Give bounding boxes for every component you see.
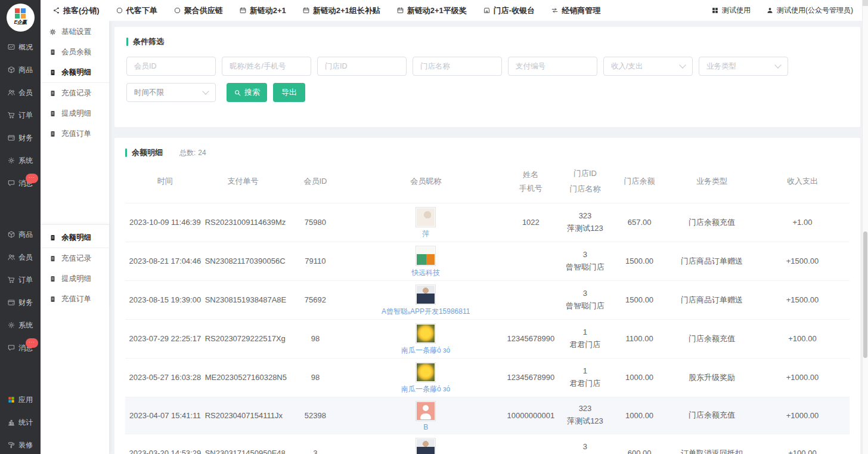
submenu-item[interactable]: 余额明细: [41, 227, 109, 248]
main-content: 条件筛选 收入/支出业务类型 时间不限 搜索 导出 余额明细: [109, 21, 863, 454]
topnav-item[interactable]: 推客(分销): [52, 5, 100, 16]
rail-item-message[interactable]: 消息···: [0, 336, 41, 359]
column-header-line: 业务类型: [668, 176, 755, 187]
cell-phone: 12345678990: [502, 334, 560, 343]
unread-badge: ···: [26, 174, 38, 183]
store-id: 3: [560, 249, 610, 261]
submenu-group-1: 基础设置会员余额余额明细充值记录提成明细充值订单: [41, 21, 109, 144]
topbar-user-item[interactable]: 测试使用(公众号管理员): [766, 5, 853, 16]
topnav-item[interactable]: 新链动2+1平级奖: [396, 5, 467, 16]
cell-phone: 12345678990: [502, 373, 560, 382]
app-logo[interactable]: E企赢: [0, 0, 41, 35]
submenu-item[interactable]: 充值记录: [41, 83, 109, 103]
member-nickname-link[interactable]: 南瓜一条藤ό зό: [401, 345, 450, 356]
cell-amount: +100.00: [755, 334, 850, 343]
cell-time: 2023-08-21 17:04:46: [125, 257, 205, 265]
filter-select[interactable]: 业务类型: [699, 57, 788, 76]
rail-item-order[interactable]: 订单: [0, 268, 41, 291]
topnav-item[interactable]: 聚合供应链: [173, 5, 223, 16]
store-name: 萍测试123: [560, 415, 610, 428]
cell-amount: +1000.00: [755, 373, 850, 382]
doc-icon: [49, 234, 57, 242]
filter-actions-row: 时间不限 搜索 导出: [126, 83, 848, 102]
search-button-label: 搜索: [244, 87, 260, 98]
member-nickname-link[interactable]: 快远科技: [411, 268, 440, 278]
table-row: 2023-04-07 15:41:11RS20230407154111Jx523…: [125, 397, 850, 434]
member-nickname-link[interactable]: A曾智聪ₓAPP开发15986811: [382, 307, 470, 317]
member-nickname-link[interactable]: 南瓜一条藤ό зό: [401, 384, 450, 394]
topnav-item[interactable]: 新链动2+1组长补贴: [302, 5, 380, 16]
time-range-select[interactable]: 时间不限: [126, 83, 216, 102]
filter-text-input[interactable]: [222, 57, 311, 76]
filter-select[interactable]: 收入/支出: [603, 57, 693, 76]
topnav-item[interactable]: 新链动2+1: [239, 5, 286, 16]
submenu-item[interactable]: 充值订单: [41, 289, 109, 309]
rail-item-system[interactable]: 系统: [0, 149, 41, 172]
topnav-item[interactable]: 经销商管理: [551, 5, 600, 16]
rail-item-goods[interactable]: 商品: [0, 58, 41, 81]
topnav-item[interactable]: 代客下单: [116, 5, 157, 16]
submenu-item[interactable]: 基础设置: [41, 21, 109, 42]
cell-amount: +1500.00: [755, 257, 850, 265]
page-scrollbar[interactable]: [862, 0, 868, 454]
rail-item-overview[interactable]: 概况: [0, 36, 41, 58]
column-header-line: 门店ID: [560, 168, 610, 180]
rail-item-paint[interactable]: 装修: [0, 434, 41, 454]
column-header: 会员ID: [281, 168, 349, 196]
rail-item-order[interactable]: 订单: [0, 104, 41, 126]
submenu-item-label: 充值订单: [61, 294, 91, 304]
topbar-user-label: 测试使用(公众号管理员): [777, 5, 853, 16]
export-button[interactable]: 导出: [273, 83, 305, 102]
green-accent-bar: [126, 38, 128, 46]
rail-item-member[interactable]: 会员: [0, 246, 41, 268]
table-row: 2023-08-21 17:04:46SN230821170390056C791…: [125, 242, 850, 280]
topbar-user-label: 测试使用: [722, 5, 751, 16]
submenu-item[interactable]: 充值记录: [41, 248, 109, 268]
doc-icon: [49, 48, 57, 56]
rail-item-label: 会员: [18, 88, 33, 98]
submenu-item[interactable]: 余额明细: [41, 62, 109, 83]
rail-item-member[interactable]: 会员: [0, 81, 41, 104]
topbar-user-item[interactable]: 测试使用: [711, 5, 751, 16]
scroll-up-arrow[interactable]: [863, 0, 868, 6]
submenu-item[interactable]: 提成明细: [41, 103, 109, 123]
submenu-item-label: 余额明细: [61, 233, 91, 243]
cell-nickname: A曾智聪ₓAPP开发15986811: [350, 281, 502, 319]
filter-text-input[interactable]: [317, 57, 407, 76]
cell-nickname: 南瓜一条藤ό зό: [350, 359, 502, 397]
search-button[interactable]: 搜索: [227, 83, 267, 102]
filter-text-input[interactable]: [508, 57, 597, 76]
topnav-item-label: 聚合供应链: [184, 5, 223, 16]
store-id: 323: [560, 210, 610, 223]
table-section-title: 余额明细 总数:24: [125, 147, 850, 158]
scrollbar-thumb[interactable]: [863, 231, 867, 358]
user-icon: [766, 7, 774, 14]
finance-icon: [7, 298, 16, 307]
rail-item-label: 商品: [18, 65, 33, 75]
rail-item-message[interactable]: 消息···: [0, 172, 41, 194]
topnav-item-label: 推客(分销): [63, 5, 100, 16]
submenu-item[interactable]: 提成明细: [41, 268, 109, 289]
rail-item-finance[interactable]: 财务: [0, 126, 41, 149]
filter-text-input[interactable]: [126, 57, 216, 76]
submenu-item-label: 提成明细: [61, 274, 91, 284]
topnav-item[interactable]: 门店-收银台: [483, 5, 535, 16]
topbar: 推客(分销)代客下单聚合供应链新链动2+1新链动2+1组长补贴新链动2+1平级奖…: [41, 0, 863, 21]
submenu-item[interactable]: 会员余额: [41, 42, 109, 62]
rail-item-label: 会员: [18, 252, 33, 262]
cell-biz-type: 门店商品订单赠送: [668, 295, 755, 305]
cell-balance: 1100.00: [610, 334, 668, 343]
filter-text-input[interactable]: [413, 57, 502, 76]
rail-item-system[interactable]: 系统: [0, 314, 41, 336]
topnav-item-label: 门店-收银台: [494, 5, 535, 16]
cell-balance: 657.00: [610, 218, 668, 227]
member-nickname-link[interactable]: B: [423, 423, 428, 431]
rail-item-goods[interactable]: 商品: [0, 223, 41, 246]
member-nickname-link[interactable]: 萍: [422, 229, 429, 239]
order-icon: [7, 276, 16, 284]
cell-pay-no: ME20230527160328N5: [205, 373, 281, 382]
submenu-item[interactable]: 充值订单: [41, 123, 109, 144]
rail-item-stats[interactable]: 统计: [0, 411, 41, 434]
rail-item-apps[interactable]: 应用: [0, 388, 41, 411]
rail-item-finance[interactable]: 财务: [0, 291, 41, 314]
